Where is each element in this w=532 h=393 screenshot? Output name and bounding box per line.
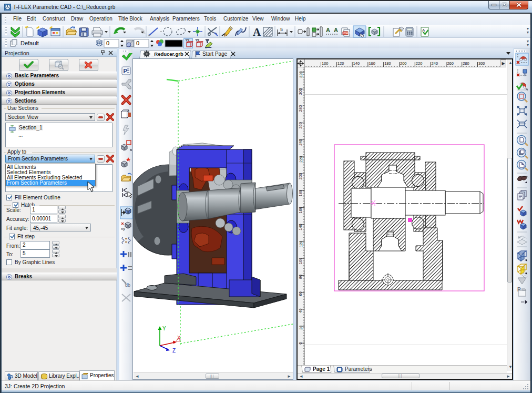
svg-text:CHD: CHD (344, 32, 351, 35)
svg-text:5: 5 (280, 27, 283, 32)
svg-text:180: 180 (299, 190, 303, 197)
svg-text:db: db (125, 283, 130, 288)
svg-text:300: 300 (299, 88, 303, 95)
svg-text:100: 100 (322, 61, 329, 66)
svg-text:80: 80 (299, 275, 303, 279)
svg-text:xy: xy (121, 226, 125, 231)
svg-text:160: 160 (299, 207, 303, 214)
svg-text:260: 260 (299, 122, 303, 129)
svg-text:0: 0 (136, 40, 139, 46)
svg-text:20: 20 (299, 326, 303, 330)
svg-text:Default: Default (21, 40, 39, 46)
svg-text:Z: Z (172, 348, 176, 354)
svg-text:140: 140 (299, 224, 303, 230)
svg-text:200: 200 (299, 173, 303, 180)
svg-text:260: 260 (447, 61, 454, 66)
svg-text:220: 220 (416, 61, 423, 66)
svg-text:0: 0 (106, 40, 109, 46)
svg-text:40: 40 (299, 308, 303, 313)
svg-text:P: P (124, 68, 127, 74)
svg-text:100: 100 (299, 258, 303, 265)
svg-text:0: 0 (299, 342, 303, 345)
svg-text:320: 320 (299, 72, 303, 78)
svg-text:120: 120 (337, 61, 344, 66)
svg-text:X: X (177, 335, 181, 341)
svg-text:60: 60 (299, 291, 303, 296)
svg-text:280: 280 (299, 105, 303, 112)
svg-text:A: A (334, 27, 338, 33)
svg-text:160: 160 (369, 61, 375, 66)
svg-text:120: 120 (299, 241, 303, 248)
svg-text:240: 240 (299, 139, 303, 146)
svg-text:280: 280 (463, 61, 469, 66)
svg-text:A: A (326, 27, 330, 33)
svg-text:140: 140 (353, 61, 360, 66)
svg-text:A: A (253, 26, 261, 38)
svg-text:Y: Y (162, 326, 166, 331)
svg-text:240: 240 (432, 61, 438, 66)
svg-text:220: 220 (299, 156, 303, 163)
svg-text:200: 200 (400, 61, 407, 66)
svg-text:180: 180 (384, 61, 391, 66)
svg-text:300: 300 (478, 61, 485, 66)
